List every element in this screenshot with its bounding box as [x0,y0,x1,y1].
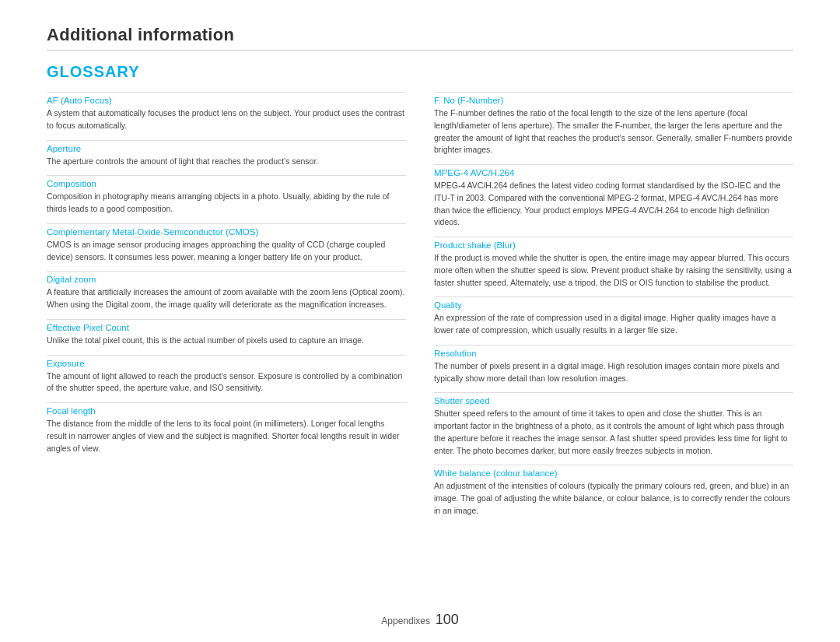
term-body: The distance from the middle of the lens… [47,418,406,454]
term-divider [47,223,406,224]
term-divider [47,92,406,93]
term-block: Effective Pixel CountUnlike the total pi… [47,319,406,347]
term-title: MPEG-4 AVC/H.264 [434,168,793,177]
term-block: AF (Auto Focus)A system that automatical… [47,92,406,132]
term-body: The number of pixels present in a digita… [434,360,793,385]
term-title: Exposure [47,359,406,368]
term-block: Focal lengthThe distance from the middle… [47,402,406,454]
footer-page: 100 [436,612,459,627]
term-title: Digital zoom [47,275,406,284]
glossary-columns: AF (Auto Focus)A system that automatical… [47,92,793,525]
term-title: Product shake (Blur) [434,240,793,250]
term-body: CMOS is an image sensor producing images… [47,239,406,264]
term-divider [47,319,406,320]
term-block: ApertureThe aperture controls the amount… [47,140,406,168]
term-divider [434,345,793,346]
term-title: Resolution [434,349,793,358]
term-title: F. No (F-Number) [434,96,793,105]
term-divider [434,296,793,297]
left-column: AF (Auto Focus)A system that automatical… [47,92,406,525]
term-title: AF (Auto Focus) [47,96,406,105]
term-title: Composition [47,179,406,188]
term-divider [434,392,793,393]
term-body: The aperture controls the amount of ligh… [47,156,406,168]
term-divider [47,355,406,356]
term-block: Complementary Metal-Oxide-Semiconductor … [47,223,406,264]
term-body: MPEG-4 AVC/H.264 defines the latest vide… [434,180,793,229]
term-block: F. No (F-Number)The F-number defines the… [434,92,793,156]
term-body: The amount of light allowed to reach the… [47,370,406,395]
term-block: CompositionComposition in photography me… [47,175,406,216]
term-body: Unlike the total pixel count, this is th… [47,335,406,347]
term-divider [434,164,793,165]
term-divider [434,237,793,237]
term-block: White balance (colour balance)An adjustm… [434,465,793,517]
term-divider [47,140,406,141]
term-title: Effective Pixel Count [47,323,406,332]
term-title: White balance (colour balance) [434,468,793,478]
term-divider [434,465,793,465]
term-title: Focal length [47,406,406,416]
page-title: Additional information [47,25,793,45]
term-block: Shutter speedShutter speed refers to the… [434,392,793,457]
term-divider [47,271,406,272]
term-divider [47,175,406,176]
page-title-divider [47,50,793,51]
term-block: QualityAn expression of the rate of comp… [434,296,793,337]
term-body: A feature that artificially increases th… [47,286,406,311]
term-body: The F-number defines the ratio of the fo… [434,107,793,156]
footer: Appendixes 100 [0,612,840,628]
page: Additional information GLOSSARY AF (Auto… [0,0,840,642]
term-body: An adjustment of the intensities of colo… [434,480,793,517]
term-block: ResolutionThe number of pixels present i… [434,345,793,385]
term-title: Complementary Metal-Oxide-Semiconductor … [47,227,406,237]
term-body: An expression of the rate of compression… [434,312,793,337]
term-title: Shutter speed [434,396,793,405]
term-block: ExposureThe amount of light allowed to r… [47,355,406,395]
footer-label: Appendixes [381,616,430,626]
right-column: F. No (F-Number)The F-number defines the… [434,92,793,525]
term-divider [434,92,793,93]
term-divider [47,402,406,403]
term-block: Digital zoomA feature that artificially … [47,271,406,311]
term-title: Aperture [47,144,406,153]
term-body: If the product is moved while the shutte… [434,252,793,289]
term-body: Shutter speed refers to the amount of ti… [434,408,793,457]
term-block: MPEG-4 AVC/H.264MPEG-4 AVC/H.264 defines… [434,164,793,229]
term-body: Composition in photography means arrangi… [47,191,406,216]
glossary-heading: GLOSSARY [47,63,793,81]
term-body: A system that automatically focuses the … [47,107,406,132]
term-block: Product shake (Blur)If the product is mo… [434,237,793,289]
term-title: Quality [434,300,793,310]
